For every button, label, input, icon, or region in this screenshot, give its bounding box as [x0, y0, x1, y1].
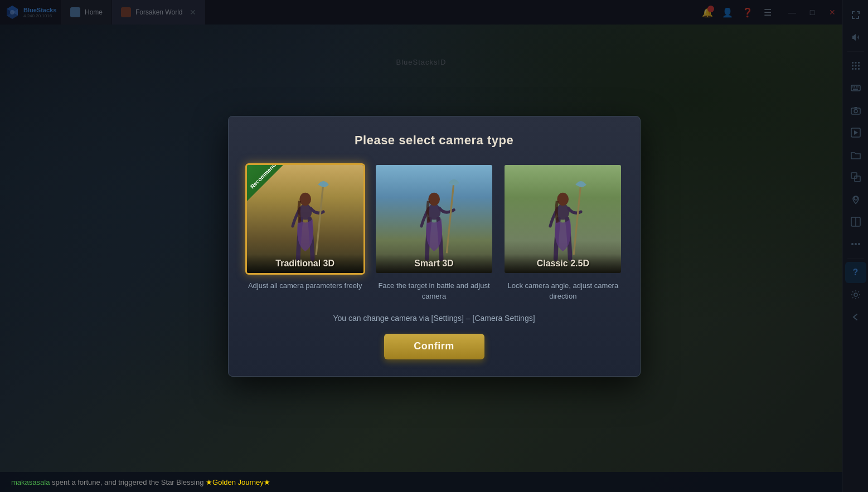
traditional3d-desc: Adjust all camera parameters freely: [245, 280, 365, 303]
camera-image-smart3d: Smart 3D: [374, 163, 494, 275]
svg-point-40: [428, 192, 440, 205]
camera-option-smart3d[interactable]: Smart 3D Face the target in battle and a…: [374, 163, 494, 303]
camera-image-traditional3d: Recommend Traditional 3D: [245, 163, 365, 275]
blessing-name: Golden Journey: [212, 478, 264, 486]
camera-image-classic25d: Classic 2.5D: [503, 163, 623, 275]
modal-title: Please select camera type: [245, 133, 623, 148]
smart3d-label: Smart 3D: [376, 254, 492, 273]
camera-selection-modal: Please select camera type: [228, 116, 641, 377]
bottom-message: makasasala spent a fortune, and triggere…: [11, 478, 270, 486]
confirm-button[interactable]: Confirm: [384, 334, 484, 359]
camera-option-traditional3d[interactable]: Recommend Traditional 3D Adjust all came…: [245, 163, 365, 303]
message-pre: spent a fortune, and triggered the Star …: [50, 478, 206, 486]
traditional3d-label: Traditional 3D: [247, 254, 363, 273]
blessing-star-1: ★: [206, 478, 212, 486]
smart3d-desc: Face the target in battle and adjust cam…: [374, 280, 494, 303]
svg-point-36: [299, 192, 311, 205]
bottom-bar: makasasala spent a fortune, and triggere…: [0, 472, 842, 492]
svg-point-44: [557, 192, 569, 205]
camera-options-container: Recommend Traditional 3D Adjust all came…: [245, 163, 623, 303]
modal-info-text: You can change camera via [Settings] – […: [245, 314, 623, 323]
classic25d-label: Classic 2.5D: [505, 254, 621, 273]
classic25d-desc: Lock camera angle, adjust camera directi…: [503, 280, 623, 303]
username-text: makasasala: [11, 478, 50, 486]
camera-option-classic25d[interactable]: Classic 2.5D Lock camera angle, adjust c…: [503, 163, 623, 303]
blessing-star-2: ★: [264, 478, 270, 486]
modal-overlay: Please select camera type: [0, 0, 868, 492]
